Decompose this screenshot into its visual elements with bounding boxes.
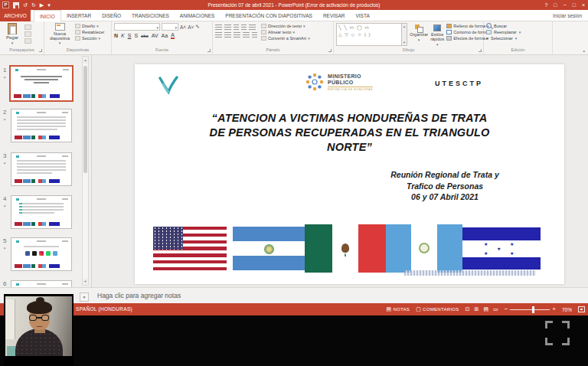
shapes-gallery[interactable]: ╲ ╲ ▭ ◯ ▭ △ ▽ ◇ ☆ ( ) xyxy=(336,23,402,46)
notes-toggle-button[interactable]: ▤NOTAS xyxy=(387,306,410,312)
zoom-slider-thumb[interactable] xyxy=(532,306,534,313)
tab-insertar[interactable]: INSERTAR xyxy=(61,10,96,21)
new-slide-button[interactable]: Nueva diapositiva ▾ xyxy=(47,23,73,47)
grow-font-icon[interactable]: A˄ xyxy=(180,25,186,30)
copy-icon[interactable] xyxy=(24,31,31,37)
tab-presentacion-con-diapositivas[interactable]: PRESENTACIÓN CON DIAPOSITIVAS xyxy=(220,10,318,21)
sign-in-link[interactable]: Iniciar sesión xyxy=(553,10,582,21)
scroll-up-icon[interactable]: ▲ xyxy=(83,57,88,64)
decrease-indent-icon[interactable] xyxy=(234,25,239,30)
font-size-dropdown[interactable]: ▾ xyxy=(162,23,178,31)
paste-button[interactable]: Pegar ▾ xyxy=(2,23,22,47)
thumbnail-scrollbar[interactable]: ▲ ▼ xyxy=(82,56,89,286)
redo-icon[interactable]: ↻ xyxy=(31,1,36,9)
help-icon[interactable]: ? xyxy=(544,0,547,10)
increase-indent-icon[interactable] xyxy=(241,25,247,30)
section-button[interactable]: Sección▾ xyxy=(75,36,104,41)
teal-check-logo[interactable] xyxy=(157,74,178,95)
scroll-down-icon[interactable]: ▼ xyxy=(83,278,88,285)
shapes-scroll-down-icon[interactable]: ▼ xyxy=(402,41,407,44)
align-right-icon[interactable] xyxy=(234,32,240,38)
minimize-icon[interactable]: − xyxy=(564,0,567,10)
tab-animaciones[interactable]: ANIMACIONES xyxy=(175,10,220,21)
tab-vista[interactable]: VISTA xyxy=(350,10,374,21)
shapes-scroll-up-icon[interactable]: ▲ xyxy=(402,25,407,28)
justify-icon[interactable] xyxy=(243,32,250,38)
clear-formatting-icon[interactable]: ✎ xyxy=(195,24,199,30)
language-indicator[interactable]: SPAÑOL (HONDURAS) xyxy=(76,303,132,315)
align-text-button[interactable]: Alinear texto▾ xyxy=(261,30,310,34)
scrollbar-thumb[interactable] xyxy=(83,66,87,173)
undo-icon[interactable]: ↺ xyxy=(23,1,28,9)
tab-archivo[interactable]: ARCHIVO xyxy=(0,10,31,21)
tab-revisar[interactable]: REVISAR xyxy=(318,10,351,21)
webcam-overlay[interactable] xyxy=(4,294,74,366)
tab-diseno[interactable]: DISEÑO xyxy=(96,10,126,21)
arrange-button[interactable]: Organizar ▾ xyxy=(410,23,428,47)
customize-qat-icon[interactable]: ▾ xyxy=(47,1,51,9)
text-shadow-button[interactable]: S xyxy=(134,33,138,39)
slide-1-editor[interactable]: MINISTERIO PÚBLICO REPÚBLICA DE HONDURAS… xyxy=(135,64,564,284)
maximize-icon[interactable]: □ xyxy=(573,0,576,10)
numbering-icon[interactable] xyxy=(224,25,231,30)
fullscreen-icon[interactable] xyxy=(545,321,570,345)
close-icon[interactable]: × xyxy=(582,0,585,10)
slide-title-textbox[interactable]: “ATENCION A VICTIMAS HONDUREÑAS DE TRATA… xyxy=(181,111,518,155)
slide-thumbnail-4[interactable] xyxy=(11,195,72,229)
font-color-button[interactable]: A xyxy=(171,32,175,39)
slide-thumbnail-3[interactable] xyxy=(11,152,72,186)
layout-button[interactable]: Diseño▾ xyxy=(75,24,104,28)
font-name-dropdown[interactable]: ▾ xyxy=(114,23,160,31)
bold-button[interactable]: N xyxy=(114,33,118,39)
slide-thumbnail-6[interactable] xyxy=(11,280,72,287)
find-button[interactable]: Buscar xyxy=(486,23,550,28)
underline-button[interactable]: S xyxy=(128,33,132,39)
tab-inicio[interactable]: INICIO xyxy=(34,10,61,22)
utesctp-label[interactable]: UTESCTP xyxy=(435,80,483,87)
columns-icon[interactable] xyxy=(252,32,257,38)
slide-thumbnail-5[interactable] xyxy=(11,237,72,271)
ministerio-publico-logo[interactable]: MINISTERIO PÚBLICO REPÚBLICA DE HONDURAS xyxy=(305,72,373,92)
quick-styles-button[interactable]: Estilos rápidos ▾ xyxy=(430,23,444,47)
slide-thumbnail-1[interactable] xyxy=(9,65,74,102)
shrink-font-icon[interactable]: A˅ xyxy=(188,25,194,30)
strikethrough-button[interactable]: abc xyxy=(141,33,149,39)
line-spacing-icon[interactable] xyxy=(249,25,256,30)
drawing-dialog-launcher[interactable] xyxy=(479,49,482,52)
zoom-out-icon[interactable]: − xyxy=(505,306,508,312)
notes-placeholder[interactable]: Haga clic para agregar notas xyxy=(97,288,181,304)
format-painter-icon[interactable] xyxy=(24,38,31,44)
event-info-textbox[interactable]: Reunión Regional de Trata y Trafico de P… xyxy=(349,169,541,203)
save-icon[interactable] xyxy=(13,2,19,8)
font-dialog-launcher[interactable] xyxy=(207,49,211,52)
comments-toggle-button[interactable]: ▢COMENTARIOS xyxy=(416,306,459,312)
notes-collapse-icon[interactable]: ▼ xyxy=(80,292,89,302)
slide-sorter-view-icon[interactable]: ⊞ xyxy=(475,306,479,312)
shapes-gallery-scroll[interactable]: ▲ ▼ xyxy=(402,23,407,46)
convert-smartart-button[interactable]: Convertir a SmartArt▾ xyxy=(261,36,310,41)
ribbon-display-icon[interactable]: □ xyxy=(554,0,557,10)
zoom-slider[interactable] xyxy=(510,309,550,310)
reset-button[interactable]: Restablecer xyxy=(75,30,104,34)
cut-icon[interactable] xyxy=(24,25,31,30)
italic-button[interactable]: K xyxy=(121,33,125,39)
align-left-icon[interactable] xyxy=(215,32,222,38)
collapse-ribbon-icon[interactable]: ▴ xyxy=(583,48,585,53)
character-spacing-button[interactable]: AV xyxy=(152,33,158,39)
bullets-icon[interactable] xyxy=(215,25,222,30)
normal-view-icon[interactable]: ⊡ xyxy=(466,306,470,312)
zoom-in-icon[interactable]: + xyxy=(552,306,556,312)
start-slideshow-icon[interactable]: ▶ xyxy=(40,1,44,9)
fit-slide-to-window-icon[interactable] xyxy=(578,306,585,312)
reading-view-icon[interactable]: ▤ xyxy=(483,306,488,312)
slideshow-view-icon[interactable]: ▭ xyxy=(493,306,498,312)
change-case-button[interactable]: Aa xyxy=(162,33,168,39)
slide-thumbnail-2[interactable] xyxy=(11,109,72,142)
paragraph-dialog-launcher[interactable] xyxy=(328,49,332,52)
replace-button[interactable]: Reemplazar▾ xyxy=(486,30,550,34)
tab-transiciones[interactable]: TRANSICIONES xyxy=(126,10,175,21)
align-center-icon[interactable] xyxy=(224,32,231,38)
text-direction-button[interactable]: Dirección de texto▾ xyxy=(261,24,310,28)
clipboard-dialog-launcher[interactable] xyxy=(39,49,42,52)
zoom-level[interactable]: 70% xyxy=(562,307,572,312)
